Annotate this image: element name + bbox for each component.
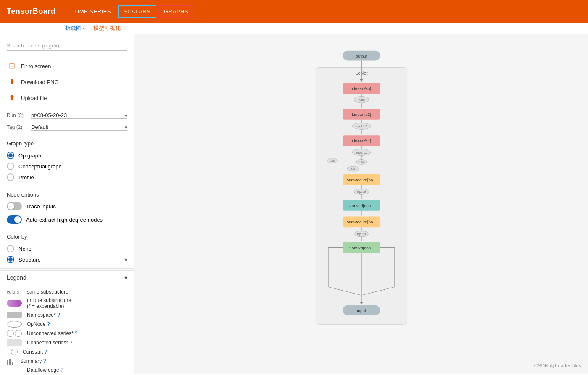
- legend-colors-label: colors: [7, 289, 22, 294]
- upload-file-button[interactable]: ⬆ Upload file: [0, 90, 134, 106]
- fit-to-screen-button[interactable]: ⊡ Fit to screen: [0, 58, 134, 74]
- legend-dataflow-line: [7, 370, 22, 370]
- radio-color-none-circle: [7, 245, 14, 252]
- nav-scalars[interactable]: SCALARS: [118, 5, 156, 18]
- color-by-group: None Structure ▾: [0, 241, 134, 267]
- auto-extract-label: Auto-extract high-degree nodes: [26, 217, 103, 223]
- legend-summary-icon: [7, 358, 15, 365]
- legend-namespace-label: Namespace* ?: [27, 312, 60, 318]
- tag-select[interactable]: Default: [31, 124, 127, 131]
- svg-text:output: output: [356, 53, 367, 58]
- legend-constant-row: Constant ?: [7, 347, 127, 357]
- radio-profile-circle: [7, 173, 14, 181]
- auto-extract-knob: [14, 216, 21, 223]
- run-field: Run (3) pt\08-05-20-23: [0, 110, 134, 121]
- svg-text:118: 118: [330, 160, 335, 162]
- legend-opnode-swatch: [7, 321, 22, 328]
- svg-text:input 11: input 11: [356, 151, 367, 154]
- nav-graphs[interactable]: GRAPHS: [158, 5, 194, 18]
- radio-color-structure-dot: [8, 257, 13, 262]
- main-layout: ⊡ Fit to screen ⬇ Download PNG ⬆ Upload …: [0, 34, 588, 374]
- svg-text:input 3: input 3: [357, 233, 366, 236]
- legend-chevron-icon: ▾: [124, 274, 127, 281]
- tag-field: Tag (2) Default: [0, 121, 134, 133]
- legend-opnode-row: OpNode ?: [7, 320, 127, 329]
- radio-color-structure-label: Structure: [18, 257, 41, 263]
- graph-canvas[interactable]: LeNet output Linear[fc3] input Linear[fc…: [134, 34, 588, 374]
- nav-bar: TIME SERIES SCALARS GRAPHS: [69, 5, 194, 18]
- svg-text:Conv2d[con...: Conv2d[con...: [348, 245, 374, 250]
- legend-connected-label: Connected series* ?: [27, 340, 72, 346]
- download-png-button[interactable]: ⬇ Download PNG: [0, 74, 134, 90]
- radio-color-none-label: None: [18, 246, 32, 252]
- node-options-title: Node options: [0, 188, 134, 199]
- legend-same-substructure: same substructure: [27, 289, 69, 295]
- logo: TensorBoard: [7, 7, 55, 16]
- svg-text:MaxPool2d[po...: MaxPool2d[po...: [346, 177, 376, 182]
- run-select-wrapper: pt\08-05-20-23: [31, 112, 127, 119]
- legend-unconnected-row: Unconnected series* ?: [7, 329, 127, 338]
- radio-conceptual-graph[interactable]: Conceptual graph: [7, 161, 127, 172]
- run-select[interactable]: pt\08-05-20-23: [31, 112, 127, 119]
- trace-inputs-label: Trace inputs: [26, 203, 56, 210]
- svg-text:104: 104: [359, 161, 364, 163]
- fit-to-screen-label: Fit to screen: [21, 63, 51, 69]
- legend-header[interactable]: Legend ▾: [0, 270, 134, 284]
- model-vis-annotation: 模型可视化: [93, 24, 121, 32]
- radio-op-graph[interactable]: Op graph: [7, 150, 127, 161]
- color-by-dropdown-arrow[interactable]: ▾: [124, 256, 127, 263]
- legend-unconnected-label: Unconnected series* ?: [27, 330, 78, 336]
- radio-color-none[interactable]: None: [7, 243, 127, 254]
- svg-text:input: input: [357, 308, 366, 312]
- fit-icon: ⊡: [7, 61, 17, 71]
- legend-connected-row: Connected series* ?: [7, 338, 127, 347]
- tag-select-wrapper: Default: [31, 124, 127, 131]
- radio-profile[interactable]: Profile: [7, 172, 127, 183]
- nav-time-series[interactable]: TIME SERIES: [69, 6, 116, 17]
- radio-color-structure[interactable]: Structure ▾: [7, 254, 127, 265]
- annotation-bar: 折线图~ 模型可视化: [0, 23, 588, 34]
- line-chart-annotation: 折线图~: [65, 24, 85, 32]
- svg-text:input: input: [358, 98, 364, 102]
- neural-network-graph[interactable]: LeNet output Linear[fc3] input Linear[fc…: [298, 47, 425, 362]
- legend-summary-row: Summary ?: [7, 357, 127, 366]
- search-section: [0, 37, 134, 54]
- legend-summary-label: Summary ?: [20, 358, 46, 364]
- legend-namespace-swatch: [7, 312, 22, 318]
- trace-inputs-toggle[interactable]: [7, 202, 22, 210]
- auto-extract-toggle[interactable]: [7, 215, 22, 224]
- legend-constant-label: Constant ?: [23, 349, 47, 355]
- search-input[interactable]: [7, 41, 127, 51]
- radio-op-graph-label: Op graph: [18, 152, 41, 159]
- sidebar: ⊡ Fit to screen ⬇ Download PNG ⬆ Upload …: [0, 34, 134, 374]
- radio-conceptual-label: Conceptual graph: [18, 163, 62, 170]
- legend-connected-swatch: [7, 339, 22, 346]
- watermark: CSDN @header-files: [534, 363, 581, 369]
- svg-text:input 9: input 9: [357, 190, 366, 194]
- color-by-title: Color by: [0, 230, 134, 241]
- legend-content: colors same substructure unique substruc…: [0, 284, 134, 374]
- radio-conceptual-circle: [7, 163, 14, 170]
- legend-colors-row: colors same substructure: [7, 288, 127, 296]
- legend-opnode-label: OpNode ?: [27, 321, 50, 327]
- download-png-label: Download PNG: [21, 79, 59, 85]
- auto-extract-row: Auto-extract high-degree nodes: [0, 213, 134, 226]
- legend-title: Legend: [7, 274, 26, 281]
- upload-file-label: Upload file: [21, 95, 47, 101]
- main-graph-area: LeNet output Linear[fc3] input Linear[fc…: [134, 34, 588, 374]
- legend-constant-swatch: [11, 349, 18, 355]
- trace-inputs-knob: [8, 203, 14, 210]
- legend-unique-swatch: [7, 300, 22, 307]
- run-label: Run (3): [7, 113, 28, 118]
- legend-dataflow-label: Dataflow edge ?: [27, 367, 63, 373]
- trace-inputs-row: Trace inputs: [0, 199, 134, 213]
- svg-text:Linear[fc1]: Linear[fc1]: [351, 138, 371, 143]
- legend-unique-label: unique substructure(* = expandable): [27, 297, 71, 309]
- legend-dataflow-row: Dataflow edge ?: [7, 366, 127, 374]
- svg-text:Conv2d[con...: Conv2d[con...: [348, 203, 374, 207]
- header: TensorBoard TIME SERIES SCALARS GRAPHS: [0, 0, 588, 23]
- upload-icon: ⬆: [7, 93, 17, 102]
- radio-color-structure-circle: [7, 256, 14, 263]
- legend-unconnected-swatch: [7, 330, 22, 337]
- svg-text:Linear[fc2]: Linear[fc2]: [351, 112, 371, 116]
